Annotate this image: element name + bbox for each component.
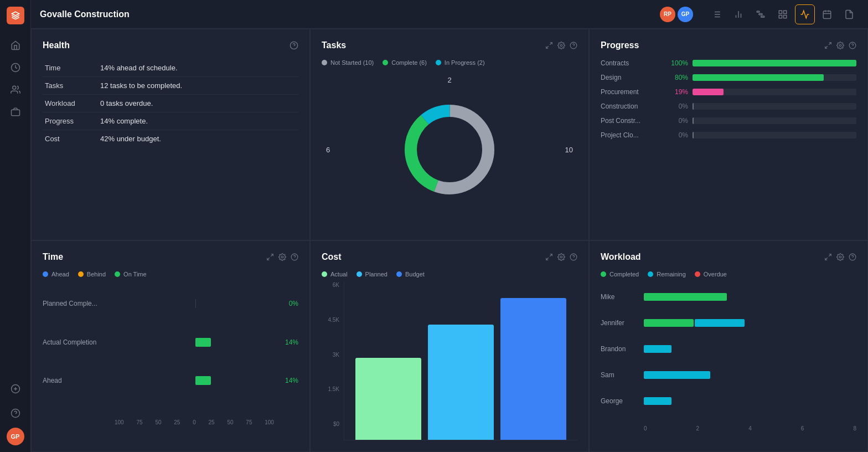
jennifer-remaining-bar: [695, 319, 745, 327]
time-panel-actions: [266, 253, 298, 261]
health-row: Cost42% under budget.: [43, 130, 298, 148]
tasks-panel: Tasks Not Started (10)Complete (6)In Pro…: [310, 29, 589, 240]
planned-label: Planned: [365, 271, 388, 278]
progress-expand-btn[interactable]: [824, 42, 832, 49]
workload-bars-mike: [644, 293, 856, 301]
time-pct-ahead: 14%: [276, 377, 298, 384]
ahead-dot: [43, 271, 48, 277]
completed-label: Completed: [609, 271, 639, 278]
time-bar-area-ahead: 14%: [115, 376, 298, 385]
jennifer-completed-bar: [644, 319, 694, 327]
toolbar-bar-btn[interactable]: [728, 4, 748, 24]
time-expand-btn[interactable]: [266, 253, 274, 261]
svg-rect-17: [757, 11, 760, 12]
svg-line-47: [546, 258, 549, 260]
sidebar-item-add[interactable]: [6, 379, 25, 399]
cost-legend-actual: Actual: [322, 271, 348, 278]
time-legend: Ahead Behind On Time: [43, 271, 298, 278]
time-panel: Time Ahead: [31, 240, 310, 452]
toolbar-calendar-btn[interactable]: [817, 4, 837, 24]
time-pct-actual: 14%: [276, 338, 298, 346]
progress-row-pct: 0%: [666, 117, 688, 125]
tasks-settings-btn[interactable]: [557, 42, 565, 49]
cost-help-btn[interactable]: [570, 253, 577, 261]
workload-row-sam: Sam: [601, 371, 856, 379]
progress-bar-zero: [693, 103, 694, 110]
progress-settings-btn[interactable]: [836, 42, 844, 49]
health-row-value: 12 tasks to be completed.: [98, 77, 298, 95]
time-row-ahead: Ahead 14%: [43, 376, 298, 385]
sidebar-item-help[interactable]: [6, 403, 25, 423]
workload-row-jennifer: Jennifer: [601, 319, 856, 327]
budget-label: Budget: [405, 271, 425, 278]
user-avatar[interactable]: GP: [7, 428, 24, 445]
sidebar-item-clock[interactable]: [6, 58, 25, 78]
time-settings-btn[interactable]: [278, 253, 286, 261]
toolbar-doc-btn[interactable]: [839, 4, 859, 24]
progress-bar-bg: [693, 74, 856, 81]
svg-point-1: [12, 86, 16, 89]
header: Govalle Construction RP GP: [31, 0, 868, 29]
cost-chart-container: 6K 4.5K 3K 1.5K $0: [322, 282, 577, 440]
progress-help-btn[interactable]: [849, 42, 856, 49]
workload-settings-btn[interactable]: [836, 253, 844, 261]
workload-row-george: George: [601, 397, 856, 405]
tasks-expand-btn[interactable]: [545, 42, 553, 49]
progress-bar-zero: [693, 132, 694, 138]
workload-help-btn[interactable]: [849, 253, 856, 261]
sidebar-item-home[interactable]: [6, 35, 25, 55]
sam-remaining-bar: [644, 371, 710, 379]
tasks-help-btn[interactable]: [570, 42, 577, 49]
cost-panel-header: Cost: [322, 252, 577, 262]
workload-row-brandon: Brandon: [601, 345, 856, 353]
cost-expand-btn[interactable]: [545, 253, 553, 261]
donut-chart: 2 6 10: [322, 70, 577, 229]
main-content: Govalle Construction RP GP: [31, 0, 868, 452]
progress-row-pct: 80%: [666, 74, 688, 81]
svg-rect-19: [761, 16, 764, 17]
time-row-planned: Planned Comple... 0%: [43, 299, 298, 308]
tasks-legend: Not Started (10)Complete (6)In Progress …: [322, 59, 577, 66]
time-pct-planned: 0%: [276, 300, 298, 307]
app-logo[interactable]: [7, 7, 24, 24]
sidebar-item-users[interactable]: [6, 80, 25, 100]
health-panel-header: Health: [43, 40, 298, 50]
legend-label: In Progress (2): [445, 59, 485, 66]
legend-dot: [436, 60, 441, 65]
svg-line-31: [546, 46, 549, 48]
svg-rect-21: [784, 11, 787, 13]
workload-legend-completed: Completed: [601, 271, 639, 278]
progress-bar-fill: [693, 60, 856, 66]
health-panel-actions: [290, 41, 298, 50]
header-avatars: RP GP: [660, 7, 693, 22]
cost-legend-planned: Planned: [356, 271, 388, 278]
workload-axis-4: 4: [748, 425, 752, 432]
svg-rect-20: [779, 11, 782, 13]
workload-expand-btn[interactable]: [824, 253, 832, 261]
tasks-legend-item: Not Started (10): [322, 59, 374, 66]
remaining-label: Remaining: [657, 271, 686, 278]
donut-label-left: 6: [326, 146, 330, 154]
cost-bar-budget: [500, 298, 566, 440]
legend-dot: [383, 60, 388, 65]
george-remaining-bar: [644, 397, 671, 405]
time-axis-100l: 100: [115, 419, 124, 425]
cost-bar-planned: [428, 325, 494, 440]
svg-point-32: [560, 44, 562, 47]
toolbar-dashboard-btn[interactable]: [795, 4, 815, 24]
health-row-value: 0 tasks overdue.: [98, 95, 298, 112]
sidebar-item-briefcase[interactable]: [6, 102, 25, 122]
time-help-btn[interactable]: [291, 253, 298, 261]
health-help-btn[interactable]: [290, 41, 298, 50]
cost-settings-btn[interactable]: [557, 253, 565, 261]
time-chart-area: Planned Comple... 0% Actual Completion: [43, 284, 298, 440]
progress-row-label: Design: [601, 74, 662, 81]
health-panel: Health Time14% ahead of schedule.Tasks12…: [31, 29, 310, 240]
progress-bar-bg: [693, 60, 856, 66]
time-row-label-actual: Actual Completion: [43, 338, 115, 346]
cost-legend-budget: Budget: [396, 271, 425, 278]
toolbar-list-btn[interactable]: [706, 4, 726, 24]
toolbar-grid-btn[interactable]: [773, 4, 793, 24]
workload-axis-0: 0: [644, 425, 647, 432]
toolbar-gantt-btn[interactable]: [751, 4, 771, 24]
